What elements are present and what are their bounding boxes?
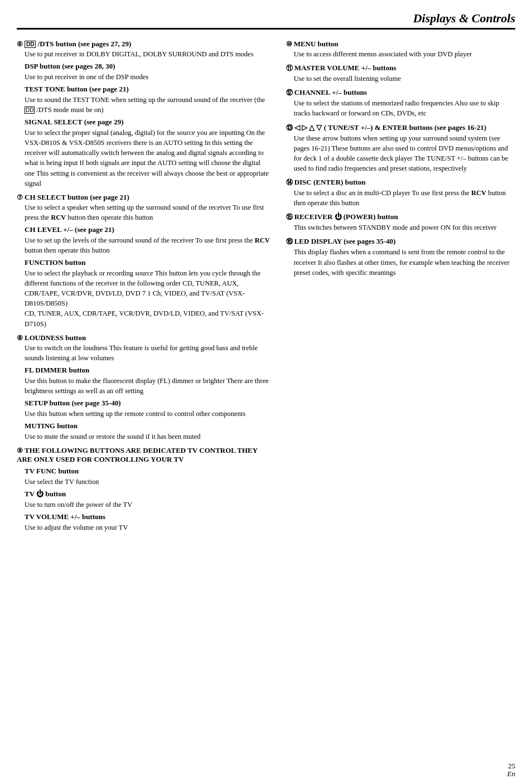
section-9-sub3-title: TV VOLUME +/– buttons	[25, 512, 270, 522]
section-9-sub1-body: Use select the TV function	[25, 477, 270, 487]
section-16: ⑯ LED DISPLAY (see pages 35-40) This dis…	[286, 237, 515, 277]
section-7-title: ⑦ CH SELECT button (see page 21)	[17, 193, 270, 202]
right-column: ⑩ MENU button Use to access different me…	[286, 40, 515, 537]
section-6-sub2-body: Use to sound the TEST TONE when setting …	[25, 95, 270, 115]
section-6-sub1-body: Use to put receiver in one of the DSP mo…	[25, 72, 270, 82]
page-title: Displays & Controls	[413, 11, 515, 26]
section-7-sub1-title: CH LEVEL +/– (see page 21)	[25, 225, 270, 235]
section-6-sub3-body: Use to select the proper signal (analog,…	[25, 128, 270, 188]
section-12-title-text: CHANNEL +/– buttons	[294, 88, 367, 96]
section-12-title: ⑫ CHANNEL +/– buttons	[286, 88, 515, 98]
section-14-body: Use to select a disc an in multi-CD play…	[294, 188, 515, 208]
section-16-title: ⑯ LED DISPLAY (see pages 35-40)	[286, 237, 515, 246]
section-6-sub3-title: SIGNAL SELECT (see page 29)	[25, 117, 270, 128]
section-10: ⑩ MENU button Use to access different me…	[286, 40, 515, 59]
section-9-sub3-body: Use to adjust the volume on your TV	[25, 522, 270, 533]
section-6-num: ⑥	[17, 40, 25, 48]
section-9-body: TV FUNC button Use select the TV functio…	[25, 466, 270, 533]
section-12: ⑫ CHANNEL +/– buttons Use to select the …	[286, 88, 515, 118]
section-7-sub2-title: FUNCTION button	[25, 258, 270, 268]
section-7-num: ⑦	[17, 193, 25, 201]
section-9-title: ⑨ THE FOLLOWING BUTTONS ARE DEDICATED TV…	[17, 446, 270, 464]
section-8-title-text: LOUDNESS button	[25, 333, 86, 342]
section-11-body: Use to set the overall listening volume	[294, 74, 515, 84]
section-8-sub2-body: Use this button when setting up the remo…	[25, 409, 270, 419]
left-column: ⑥ DD /DTS button (see pages 27, 29) Use …	[17, 40, 270, 537]
section-8-sub2-title: SETUP button (see page 35-40)	[25, 398, 270, 409]
section-8-num: ⑧	[17, 334, 25, 342]
page-header: Displays & Controls	[17, 11, 515, 30]
section-13: ⑬ ◁ ▷ △ ▽ ( TUNE/ST +/–) & ENTER buttons…	[286, 123, 515, 174]
section-14: ⑭ DISC (ENTER) button Use to select a di…	[286, 178, 515, 208]
section-15-title-text: RECEIVER ⏻ (POWER) button	[294, 212, 398, 221]
section-10-title: ⑩ MENU button	[286, 40, 515, 49]
section-9-sub1-title: TV FUNC button	[25, 466, 270, 477]
section-16-title-text: LED DISPLAY (see pages 35-40)	[294, 237, 396, 245]
page-lang: En	[507, 770, 515, 778]
section-11: ⑪ MASTER VOLUME +/– buttons Use to set t…	[286, 64, 515, 84]
section-8-title: ⑧ LOUDNESS button	[17, 333, 270, 342]
section-6-sub1: DSP button (see pages 28, 30) Use to put…	[25, 61, 270, 82]
section-13-title-text: ◁ ▷ △ ▽ ( TUNE/ST +/–) & ENTER buttons (…	[294, 123, 487, 132]
section-14-num: ⑭	[286, 178, 294, 186]
section-8: ⑧ LOUDNESS button Use to switch on the l…	[17, 333, 270, 442]
section-11-num: ⑪	[286, 64, 294, 72]
section-9: ⑨ THE FOLLOWING BUTTONS ARE DEDICATED TV…	[17, 446, 270, 533]
section-15-title: ⑮ RECEIVER ⏻ (POWER) button	[286, 212, 515, 222]
section-9-sub1: TV FUNC button Use select the TV functio…	[25, 466, 270, 487]
section-6-body: Use to put receiver in DOLBY DIGITAL, DO…	[25, 49, 270, 188]
section-12-body: Use to select the stations of memorized …	[294, 98, 515, 118]
section-6-sub2: TEST TONE button (see page 21) Use to so…	[25, 84, 270, 115]
section-9-sub3: TV VOLUME +/– buttons Use to adjust the …	[25, 512, 270, 533]
section-6-sub2-title: TEST TONE button (see page 21)	[25, 84, 270, 95]
section-9-sub2-body: Use to turn on/off the power of the TV	[25, 500, 270, 510]
section-7-sub2-body: Use to select the playback or recording …	[25, 268, 270, 329]
section-8-sub2: SETUP button (see page 35-40) Use this b…	[25, 398, 270, 419]
section-16-num: ⑯	[286, 238, 294, 245]
section-10-num: ⑩	[286, 40, 294, 48]
section-6-sub3: SIGNAL SELECT (see page 29) Use to selec…	[25, 117, 270, 188]
section-7-sub1-body: Use to set up the levels of the surround…	[25, 235, 270, 255]
section-9-num: ⑨	[17, 447, 25, 454]
section-9-sub2: TV ⏻ button Use to turn on/off the power…	[25, 489, 270, 510]
section-8-sub1-body: Use this button to make the fluorescent …	[25, 376, 270, 396]
section-14-title: ⑭ DISC (ENTER) button	[286, 178, 515, 187]
section-8-body: Use to switch on the loudness This featu…	[25, 343, 270, 442]
section-10-body: Use to access different menus associated…	[294, 49, 515, 59]
section-11-title-text: MASTER VOLUME +/– buttons	[294, 64, 396, 72]
section-7-body: Use to select a speaker when setting up …	[25, 202, 270, 329]
section-15-num: ⑮	[286, 213, 294, 221]
section-7-sub2: FUNCTION button Use to select the playba…	[25, 258, 270, 329]
section-8-sub3-body: Use to mute the sound or restore the sou…	[25, 432, 270, 442]
section-12-num: ⑫	[286, 89, 294, 96]
section-9-title-text: THE FOLLOWING BUTTONS ARE DEDICATED TV C…	[17, 446, 258, 463]
dd-icon: DD	[25, 41, 36, 48]
section-8-sub3: MUTING button Use to mute the sound or r…	[25, 421, 270, 442]
section-15: ⑮ RECEIVER ⏻ (POWER) button This switche…	[286, 212, 515, 233]
section-16-body: This display flashes when a command is s…	[294, 247, 515, 277]
section-7-sub1: CH LEVEL +/– (see page 21) Use to set up…	[25, 225, 270, 255]
section-7: ⑦ CH SELECT button (see page 21) Use to …	[17, 193, 270, 329]
section-13-num: ⑬	[286, 124, 294, 132]
section-14-title-text: DISC (ENTER) button	[294, 178, 366, 186]
section-13-title: ⑬ ◁ ▷ △ ▽ ( TUNE/ST +/–) & ENTER buttons…	[286, 123, 515, 133]
section-6-title-text: /DTS button (see pages 27, 29)	[36, 40, 131, 48]
section-13-body: Use these arrow buttons when setting up …	[294, 133, 515, 174]
main-content: ⑥ DD /DTS button (see pages 27, 29) Use …	[17, 40, 515, 537]
section-6-title: ⑥ DD /DTS button (see pages 27, 29)	[17, 40, 270, 49]
section-8-sub1-title: FL DIMMER button	[25, 365, 270, 376]
section-11-title: ⑪ MASTER VOLUME +/– buttons	[286, 64, 515, 73]
section-15-body: This switches between STANDBY mode and p…	[294, 222, 515, 233]
section-9-sub2-title: TV ⏻ button	[25, 489, 270, 500]
section-10-title-text: MENU button	[294, 40, 338, 48]
section-6-sub1-title: DSP button (see pages 28, 30)	[25, 61, 270, 72]
section-7-title-text: CH SELECT button (see page 21)	[25, 193, 129, 201]
section-6: ⑥ DD /DTS button (see pages 27, 29) Use …	[17, 40, 270, 188]
section-8-sub1: FL DIMMER button Use this button to make…	[25, 365, 270, 396]
section-8-sub3-title: MUTING button	[25, 421, 270, 432]
